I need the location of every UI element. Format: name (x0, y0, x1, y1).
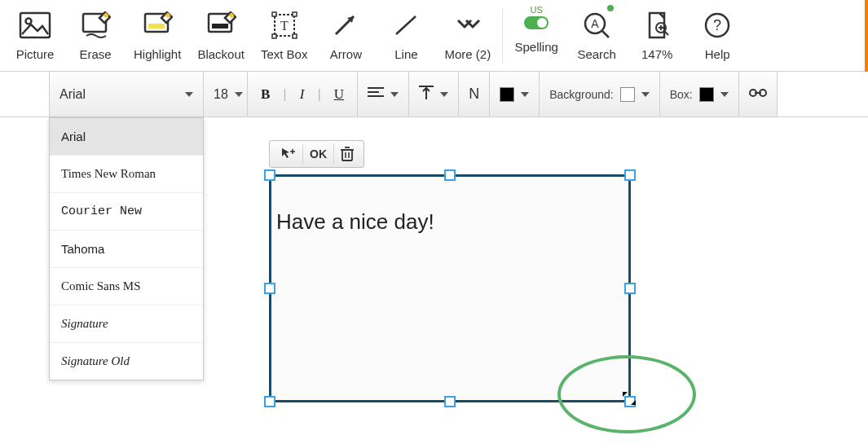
text-style-group: B | I | U (248, 72, 358, 116)
link-button[interactable] (739, 72, 778, 116)
text-box-content[interactable]: Have a nice day! (271, 177, 628, 240)
arrow-icon (331, 7, 360, 44)
background-color-select[interactable]: Background: (540, 72, 660, 116)
svg-rect-14 (272, 34, 276, 38)
resize-handle-tl[interactable] (264, 169, 275, 181)
caret-down-icon (720, 92, 729, 97)
italic-button[interactable]: I (300, 86, 305, 103)
picture-label: Picture (16, 47, 55, 61)
svg-point-1 (26, 19, 32, 24)
svg-rect-5 (148, 24, 165, 29)
spelling-lang: us (531, 5, 543, 15)
spelling-toggle[interactable] (524, 16, 549, 29)
line-button[interactable]: Line (376, 3, 436, 66)
trash-icon (341, 147, 354, 161)
font-item-signature[interactable]: Signature (50, 305, 203, 342)
spelling-button[interactable]: us Spelling (506, 3, 566, 59)
move-button[interactable] (273, 143, 302, 165)
background-color-swatch (620, 87, 635, 102)
font-item-times[interactable]: Times New Roman (50, 155, 203, 192)
erase-button[interactable]: Erase (65, 3, 126, 66)
textbox-label: Text Box (261, 47, 308, 61)
svg-rect-0 (20, 13, 50, 37)
highlight-button[interactable]: Highlight (126, 3, 189, 66)
box-label: Box: (670, 88, 693, 101)
ok-button[interactable]: OK (302, 144, 333, 164)
help-button[interactable]: ? Help (687, 3, 747, 66)
main-toolbar: Picture Erase Highlight (0, 0, 868, 72)
textbox-button[interactable]: T Text Box (253, 3, 316, 66)
svg-rect-15 (293, 34, 297, 38)
textbox-icon: T (270, 7, 299, 44)
blackout-button[interactable]: Blackout (189, 3, 253, 66)
object-toolbar: OK (269, 140, 364, 168)
svg-rect-12 (272, 12, 276, 16)
text-box-object[interactable]: Have a nice day! (269, 174, 631, 402)
svg-line-20 (602, 31, 609, 37)
erase-label: Erase (79, 47, 111, 61)
bold-button[interactable]: B (261, 86, 270, 103)
arrow-button[interactable]: Arrow (315, 3, 376, 66)
canvas-area[interactable]: Arial Times New Roman Courier New Tahoma… (0, 117, 868, 444)
font-size-value: 18 (214, 87, 228, 102)
font-size-select[interactable]: 18 (204, 72, 248, 116)
svg-text:A: A (591, 17, 599, 30)
text-color-select[interactable] (490, 72, 540, 116)
zoom-button[interactable]: 147% (627, 3, 687, 66)
caret-down-icon (521, 92, 529, 97)
arrow-label: Arrow (330, 47, 362, 61)
toolbar-divider (502, 8, 503, 64)
format-toolbar: Arial 18 B | I | U N (0, 72, 868, 117)
valign-top-icon (419, 85, 434, 103)
svg-rect-37 (342, 150, 352, 160)
resize-cursor-icon (620, 389, 638, 410)
resize-handle-bl[interactable] (264, 396, 275, 407)
more-button[interactable]: More (2) (436, 3, 499, 66)
caret-down-icon (440, 92, 448, 97)
align-select[interactable] (358, 72, 409, 116)
font-item-comic[interactable]: Comic Sans MS (50, 267, 203, 305)
move-icon (280, 146, 296, 162)
underline-button[interactable]: U (334, 86, 344, 103)
highlight-label: Highlight (134, 47, 181, 61)
picture-icon (19, 7, 51, 44)
search-button[interactable]: A Search (566, 3, 627, 66)
line-icon (391, 7, 421, 44)
font-family-value: Arial (59, 87, 86, 102)
resize-handle-ml[interactable] (264, 283, 275, 294)
caret-down-icon (641, 92, 650, 97)
picture-button[interactable]: Picture (5, 3, 65, 66)
svg-rect-8 (212, 24, 228, 29)
zoom-icon (643, 7, 671, 44)
highlight-icon (142, 7, 173, 44)
n-label: N (469, 86, 479, 103)
valign-select[interactable] (409, 72, 459, 116)
separator: | (317, 86, 320, 103)
caret-down-icon (235, 92, 243, 97)
zoom-label: 147% (641, 47, 672, 61)
delete-button[interactable] (333, 143, 360, 165)
caret-down-icon (185, 92, 193, 97)
search-icon: A (581, 7, 612, 44)
line-label: Line (394, 47, 417, 61)
resize-handle-bm[interactable] (444, 396, 456, 407)
more-label: More (2) (444, 47, 491, 61)
font-item-courier[interactable]: Courier New (50, 192, 203, 230)
resize-handle-tr[interactable] (624, 169, 636, 181)
caret-down-icon (390, 92, 399, 97)
erase-icon (80, 7, 111, 44)
box-color-swatch (699, 87, 714, 102)
n-button[interactable]: N (459, 72, 490, 116)
font-item-arial[interactable]: Arial (50, 118, 203, 155)
help-label: Help (705, 47, 730, 61)
resize-handle-mr[interactable] (624, 283, 636, 294)
font-dropdown: Arial Times New Roman Courier New Tahoma… (49, 117, 204, 380)
font-family-select[interactable]: Arial (49, 72, 204, 116)
font-item-signature-old[interactable]: Signature Old (50, 342, 203, 380)
align-icon (368, 86, 384, 102)
link-icon (749, 87, 767, 101)
font-item-tahoma[interactable]: Tahoma (50, 230, 203, 267)
separator: | (283, 86, 286, 103)
resize-handle-tm[interactable] (444, 169, 456, 181)
box-color-select[interactable]: Box: (660, 72, 739, 116)
